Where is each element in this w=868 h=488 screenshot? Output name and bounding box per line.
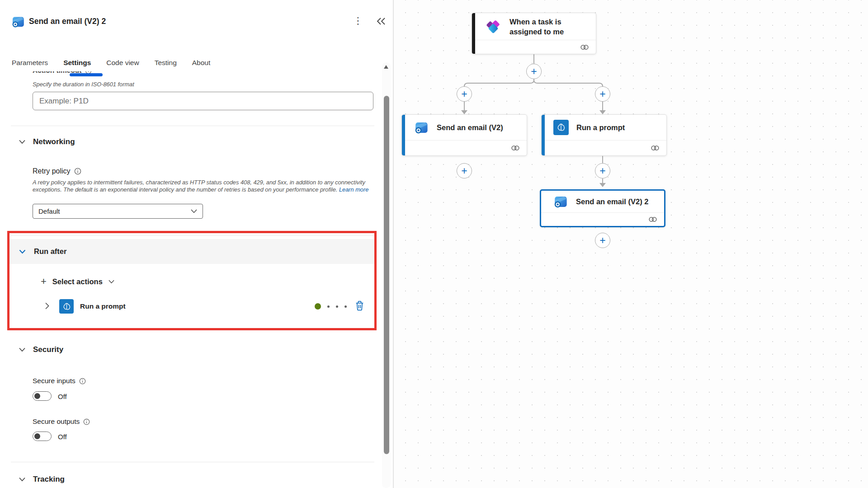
divider xyxy=(11,462,374,462)
tab-code-view[interactable]: Code view xyxy=(105,59,140,70)
secure-outputs-state: Off xyxy=(58,433,67,441)
collapse-panel-icon[interactable] xyxy=(374,16,388,28)
node-title: When a task is assigned to me xyxy=(509,17,586,37)
divider xyxy=(11,235,374,236)
chevron-down-icon xyxy=(19,140,25,144)
connection-icon[interactable] xyxy=(650,145,660,151)
panel-title: Send an email (V2) 2 xyxy=(29,17,106,26)
tab-testing[interactable]: Testing xyxy=(154,59,178,70)
ai-builder-brain-icon xyxy=(553,120,569,135)
status-dot[interactable] xyxy=(344,305,347,308)
insert-action-button[interactable]: + xyxy=(457,86,472,102)
info-icon[interactable] xyxy=(74,168,81,175)
tab-settings[interactable]: Settings xyxy=(62,59,92,70)
plus-icon: + xyxy=(41,277,47,286)
connection-icon[interactable] xyxy=(580,44,590,51)
info-icon[interactable] xyxy=(79,378,86,385)
clipped-scrolled-label: Action timeout xyxy=(0,71,380,78)
status-succeeded-dot[interactable] xyxy=(315,303,321,310)
ai-builder-brain-icon xyxy=(59,299,74,314)
secure-inputs-state: Off xyxy=(58,393,67,400)
section-run-after[interactable]: Run after xyxy=(9,239,374,264)
outlook-icon xyxy=(553,194,568,209)
insert-action-button[interactable]: + xyxy=(595,86,610,102)
chevron-down-icon xyxy=(19,249,26,254)
chevron-down-icon xyxy=(191,209,197,213)
status-dot[interactable] xyxy=(336,305,338,308)
select-actions-button[interactable]: + Select actions xyxy=(41,274,114,289)
flow-canvas[interactable]: When a task is assigned to me xyxy=(394,0,868,488)
trigger-accent-bar xyxy=(472,13,475,54)
retry-policy-value: Default xyxy=(38,207,60,215)
insert-action-button[interactable]: + xyxy=(595,233,610,248)
planner-icon xyxy=(484,18,502,36)
connection-icon[interactable] xyxy=(648,216,658,223)
chevron-down-icon xyxy=(108,280,114,284)
chevron-down-icon xyxy=(19,477,25,482)
action-accent-bar xyxy=(402,115,405,155)
secure-outputs-toggle[interactable] xyxy=(33,432,52,441)
node-title: Run a prompt xyxy=(576,122,625,132)
retry-policy-description: A retry policy applies to intermittent f… xyxy=(33,179,369,194)
tab-parameters[interactable]: Parameters xyxy=(11,59,49,70)
retry-policy-dropdown[interactable]: Default xyxy=(33,204,203,219)
section-tracking[interactable]: Tracking xyxy=(19,475,65,484)
node-run-a-prompt[interactable]: Run a prompt xyxy=(541,114,667,156)
action-accent-bar xyxy=(542,115,545,155)
node-send-an-email-v2[interactable]: Send an email (V2) xyxy=(401,114,527,156)
action-timeout-input[interactable] xyxy=(33,92,373,110)
node-send-an-email-v2-2[interactable]: Send an email (V2) 2 xyxy=(540,189,665,227)
chevron-down-icon xyxy=(19,347,25,352)
run-after-action-name: Run a prompt xyxy=(80,302,126,310)
active-tab-underline xyxy=(70,73,103,76)
node-trigger[interactable]: When a task is assigned to me xyxy=(472,13,596,54)
outlook-icon xyxy=(414,120,429,135)
scrollbar-thumb[interactable] xyxy=(384,96,389,454)
flow-connectors xyxy=(394,0,868,488)
info-icon[interactable] xyxy=(83,418,90,425)
scroll-up-arrow-icon[interactable] xyxy=(384,65,388,69)
node-title: Send an email (V2) 2 xyxy=(576,197,648,206)
tab-bar: Parameters Settings Code view Testing Ab… xyxy=(11,59,211,70)
divider xyxy=(11,126,374,126)
scrollbar xyxy=(382,62,391,488)
action-settings-panel: Send an email (V2) 2 ⋮ Parameters Settin… xyxy=(0,0,393,488)
section-security[interactable]: Security xyxy=(19,345,63,354)
outlook-icon xyxy=(11,14,25,29)
run-after-item-row: Run a prompt xyxy=(42,298,365,314)
insert-action-button[interactable]: + xyxy=(457,163,472,178)
node-title: Send an email (V2) xyxy=(437,122,503,132)
expand-chevron-icon[interactable] xyxy=(42,301,52,311)
trash-icon[interactable] xyxy=(354,300,365,312)
more-commands-icon[interactable]: ⋮ xyxy=(352,14,364,28)
insert-action-button[interactable]: + xyxy=(526,64,542,79)
section-networking[interactable]: Networking xyxy=(19,137,75,146)
power-automate-designer: Send an email (V2) 2 ⋮ Parameters Settin… xyxy=(0,0,868,488)
retry-policy-label: Retry policy xyxy=(33,167,81,175)
connection-icon[interactable] xyxy=(510,145,520,151)
run-after-status xyxy=(315,300,365,312)
secure-inputs-toggle[interactable] xyxy=(33,391,52,401)
tab-about[interactable]: About xyxy=(191,59,212,70)
insert-action-button[interactable]: + xyxy=(595,163,610,178)
secure-outputs-label: Secure outputs xyxy=(33,418,90,426)
status-dot[interactable] xyxy=(327,305,330,308)
secure-inputs-label: Secure inputs xyxy=(33,377,86,385)
learn-more-link[interactable]: Learn more xyxy=(339,186,368,193)
timeout-hint: Specify the duration in ISO-8601 format xyxy=(33,81,134,88)
